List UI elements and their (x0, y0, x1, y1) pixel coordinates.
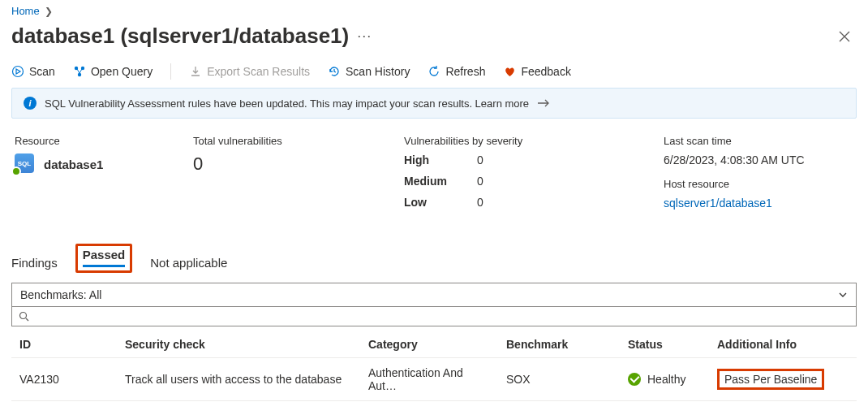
open-query-icon (73, 65, 86, 78)
host-resource-label: Host resource (664, 178, 853, 190)
open-query-button[interactable]: Open Query (73, 65, 153, 78)
tab-not-applicable[interactable]: Not applicable (150, 256, 227, 273)
close-button[interactable] (832, 28, 857, 45)
medium-label: Medium (404, 175, 477, 188)
tab-findings[interactable]: Findings (11, 256, 58, 273)
info-bar: i SQL Vulnerability Assessment rules hav… (11, 88, 857, 119)
export-button: Export Scan Results (189, 65, 310, 78)
scan-button[interactable]: Scan (11, 65, 55, 78)
resource-label: Resource (15, 135, 161, 147)
breadcrumb-home[interactable]: Home (11, 5, 40, 17)
breadcrumb: Home ❯ (11, 5, 857, 17)
feedback-label: Feedback (521, 65, 570, 78)
cell-benchmark: SOX (498, 358, 620, 401)
more-button[interactable]: ··· (357, 28, 372, 45)
history-label: Scan History (346, 65, 410, 78)
feedback-button[interactable]: Feedback (503, 65, 570, 78)
col-id[interactable]: ID (11, 331, 117, 358)
table-row[interactable]: VA2130 Track all users with access to th… (11, 358, 857, 401)
col-benchmark[interactable]: Benchmark (498, 331, 620, 358)
status-text: Healthy (647, 373, 685, 386)
host-resource-link[interactable]: sqlserver1/database1 (664, 197, 772, 210)
sql-database-icon: SQL (15, 153, 36, 175)
history-icon (328, 65, 341, 78)
cell-check: Track all users with access to the datab… (117, 358, 360, 401)
refresh-label: Refresh (445, 65, 485, 78)
chevron-right-icon: ❯ (45, 6, 53, 17)
low-value: 0 (477, 196, 509, 209)
high-value: 0 (477, 153, 509, 166)
last-scan-value: 6/28/2023, 4:08:30 AM UTC (664, 153, 853, 166)
search-input[interactable] (11, 307, 857, 326)
scan-history-button[interactable]: Scan History (328, 65, 410, 78)
info-icon: i (24, 97, 37, 110)
cell-status: Healthy (620, 358, 709, 401)
medium-value: 0 (477, 175, 509, 188)
info-text: Pass Per Baseline (724, 373, 817, 386)
stats-row: Resource SQL database1 Total vulnerabili… (11, 135, 857, 221)
severity-label: Vulnerabilities by severity (404, 135, 631, 147)
heart-icon (503, 65, 516, 78)
refresh-icon (428, 65, 440, 78)
chevron-down-icon (838, 290, 848, 300)
check-badge-icon (11, 166, 21, 176)
download-icon (189, 65, 202, 78)
highlight-pass-baseline: Pass Per Baseline (717, 369, 824, 390)
resource-name: database1 (44, 158, 103, 171)
benchmark-filter-label: Benchmarks: All (20, 288, 101, 301)
toolbar-separator (170, 63, 171, 80)
col-category[interactable]: Category (360, 331, 498, 358)
export-label: Export Scan Results (207, 65, 310, 78)
search-icon (19, 311, 29, 322)
info-text: SQL Vulnerability Assessment rules have … (45, 97, 529, 110)
total-vuln-label: Total vulnerabilities (193, 135, 372, 147)
low-label: Low (404, 196, 477, 209)
title-row: database1 (sqlserver1/database1) ··· (11, 24, 857, 49)
scan-label: Scan (29, 65, 55, 78)
cell-category: Authentication And Aut… (360, 358, 498, 401)
svg-point-0 (13, 67, 24, 77)
svg-point-4 (20, 313, 27, 319)
high-label: High (404, 153, 477, 166)
col-additional-info[interactable]: Additional Info (709, 331, 857, 358)
healthy-icon (628, 373, 641, 386)
tab-passed[interactable]: Passed (83, 248, 126, 267)
open-query-label: Open Query (91, 65, 153, 78)
arrow-right-icon[interactable] (537, 98, 550, 108)
tabs: Findings Passed Not applicable (11, 244, 857, 273)
total-vuln-value: 0 (193, 153, 372, 175)
svg-point-3 (78, 73, 81, 76)
col-security-check[interactable]: Security check (117, 331, 360, 358)
benchmark-filter[interactable]: Benchmarks: All (11, 283, 857, 307)
highlight-passed-tab: Passed (75, 244, 133, 273)
col-status[interactable]: Status (620, 331, 709, 358)
last-scan-label: Last scan time (664, 135, 853, 147)
refresh-button[interactable]: Refresh (428, 65, 485, 78)
findings-table: ID Security check Category Benchmark Sta… (11, 331, 857, 401)
scan-icon (11, 65, 24, 78)
cell-info: Pass Per Baseline (709, 358, 857, 401)
page-title: database1 (sqlserver1/database1) (11, 24, 349, 49)
toolbar: Scan Open Query Export Scan Results Scan… (11, 60, 857, 88)
cell-id: VA2130 (11, 358, 117, 401)
